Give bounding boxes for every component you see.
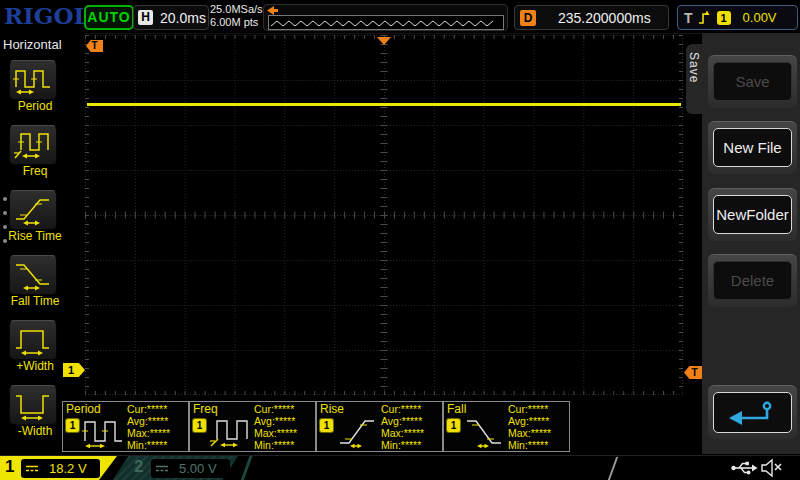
freq-meas-icon [209, 415, 253, 449]
timebase-value: 20.0ms [160, 10, 206, 26]
rise-meas-icon [336, 415, 380, 449]
measurement-stats: Cur:***** Avg:***** Max:***** Min:***** [127, 403, 170, 451]
channel2-scale: 5.00 V [179, 461, 217, 476]
divider [240, 456, 252, 480]
rigol-logo: RIGOL [4, 2, 90, 29]
sidebar-item-label: Fall Time [0, 294, 70, 308]
delete-button[interactable]: Delete [713, 261, 792, 300]
pos-width-icon [13, 323, 53, 357]
channel1-trace [87, 103, 681, 106]
page-dot [3, 197, 7, 201]
channel1-scale: 18.2 V [49, 461, 87, 476]
measurement-stats: Cur:***** Avg:***** Max:***** Min:***** [254, 403, 297, 451]
softkey-menu: Save Save New File NewFolder Delete [702, 33, 800, 454]
run-status-badge: AUTO [84, 5, 134, 30]
channel1-number: 1 [5, 457, 14, 477]
channel-badge: 1 [66, 419, 79, 432]
back-button[interactable] [713, 392, 792, 433]
new-folder-button[interactable]: NewFolder [713, 195, 792, 234]
measurement-stats: Cur:***** Avg:***** Max:***** Min:***** [508, 403, 551, 451]
menu-tab: Save [686, 44, 702, 114]
trigger-readout: T 1 0.00V [677, 5, 798, 30]
timebase-readout: H 20.0ms [133, 5, 209, 30]
measurement-name: Fall [447, 402, 466, 416]
top-status-bar: RIGOL AUTO H 20.0ms 25.0MSa/s 6.00M pts … [0, 0, 800, 34]
save-button[interactable]: Save [713, 62, 792, 101]
channel-badge: 1 [193, 419, 206, 432]
scope-display [85, 35, 683, 395]
oscilloscope-screen: RIGOL AUTO H 20.0ms 25.0MSa/s 6.00M pts … [0, 0, 800, 480]
measurement-name: Period [66, 402, 101, 416]
sidebar-item-label: -Width [0, 424, 70, 438]
preview-position-arrow-icon [267, 6, 279, 15]
softkey-new-file[interactable]: New File [708, 121, 797, 174]
measure-sidebar: Horizontal Period [0, 33, 85, 455]
sidebar-item-freq[interactable]: Freq [0, 125, 85, 187]
measure-category-title: Horizontal [3, 37, 62, 52]
sidebar-item-label: Rise Time [0, 229, 70, 243]
fall-time-icon [13, 258, 53, 292]
acquisition-readout: 25.0MSa/s 6.00M pts [210, 3, 263, 29]
neg-width-icon [13, 388, 53, 422]
measurement-period[interactable]: Period 1 Cur:***** Avg:***** Max:***** M… [62, 401, 189, 452]
trigger-position-arrow-icon[interactable] [377, 37, 391, 45]
period-icon [13, 63, 53, 97]
trigger-label: T [684, 10, 693, 26]
return-arrow-icon [727, 399, 779, 427]
rise-time-icon [13, 193, 53, 227]
speaker-muted-icon [760, 458, 784, 478]
trigger-source-badge: 1 [717, 11, 731, 25]
pos-width-button[interactable] [9, 320, 57, 360]
channel-badge: 1 [320, 419, 333, 432]
measurement-fall[interactable]: Fall 1 Cur:***** Avg:***** Max:***** Min… [443, 401, 570, 452]
neg-width-button[interactable] [9, 385, 57, 425]
channel1-status[interactable]: 1 18.2 V [0, 456, 117, 480]
fall-meas-icon [463, 415, 507, 449]
measurement-name: Freq [193, 402, 218, 416]
softkey-save[interactable]: Save [708, 55, 797, 108]
page-dot [3, 225, 7, 229]
trigger-slope-icon [697, 9, 711, 26]
memory-depth: 6.00M pts [210, 16, 263, 29]
graticule [85, 35, 683, 395]
channel2-status[interactable]: 2 5.00 V [112, 456, 238, 480]
trigger-level-marker[interactable]: T [684, 366, 702, 379]
menu-tab-label: Save [687, 52, 701, 83]
measurement-stats: Cur:***** Avg:***** Max:***** Min:***** [381, 403, 424, 451]
new-file-button[interactable]: New File [713, 128, 792, 167]
horizontal-icon: H [138, 10, 153, 25]
softkey-new-folder[interactable]: NewFolder [708, 188, 797, 241]
sidebar-item-label: Freq [0, 164, 70, 178]
page-dot [3, 239, 7, 243]
sidebar-item-period[interactable]: Period [0, 60, 85, 122]
channel2-scale-box: 5.00 V [151, 459, 230, 478]
sidebar-item-fall-time[interactable]: Fall Time [0, 255, 85, 317]
freq-icon [13, 128, 53, 162]
measurement-freq[interactable]: Freq 1 Cur:***** Avg:***** Max:***** Min… [189, 401, 316, 452]
freq-button[interactable] [9, 125, 57, 165]
period-button[interactable] [9, 60, 57, 100]
waveform-preview [263, 4, 508, 31]
measurement-rise[interactable]: Rise 1 Cur:***** Avg:***** Max:***** Min… [316, 401, 443, 452]
preview-window [268, 15, 504, 30]
fall-time-button[interactable] [9, 255, 57, 295]
delay-value: 235.200000ms [558, 10, 651, 26]
softkey-delete[interactable]: Delete [708, 254, 797, 307]
sidebar-item-label: Period [0, 99, 70, 113]
usb-icon [730, 459, 758, 477]
trigger-level-value: 0.00V [743, 10, 777, 25]
channel2-number: 2 [134, 457, 143, 477]
measurement-name: Rise [320, 402, 344, 416]
rise-time-button[interactable] [9, 190, 57, 230]
sidebar-item-rise-time[interactable]: Rise Time [0, 190, 85, 252]
softkey-back[interactable] [708, 385, 797, 439]
sample-rate: 25.0MSa/s [210, 3, 263, 16]
sidebar-item-label: +Width [0, 359, 70, 373]
delay-icon: D [520, 10, 536, 26]
dc-coupling-icon [25, 463, 39, 474]
channel-status-bar: 1 18.2 V 2 5.00 V [0, 455, 800, 480]
delay-readout: D 235.200000ms [514, 5, 669, 30]
divider [608, 457, 618, 480]
channel1-scale-box: 18.2 V [21, 459, 100, 478]
page-dot [3, 211, 7, 215]
